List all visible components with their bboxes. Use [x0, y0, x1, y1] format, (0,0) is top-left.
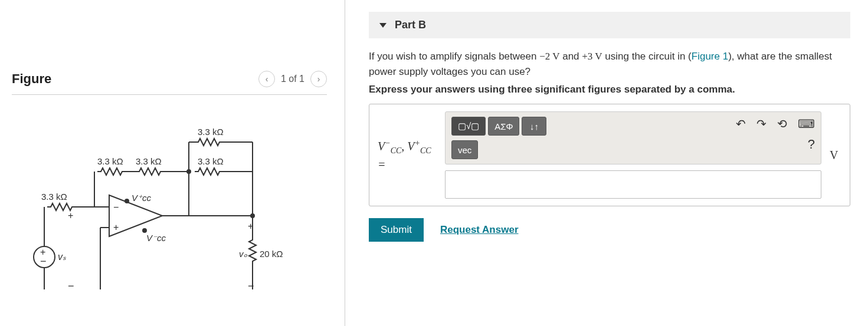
svg-text:3.3 kΩ: 3.3 kΩ [136, 156, 162, 166]
circuit-diagram: + − vₛ 3.3 kΩ 3.3 kΩ 3.3 kΩ [12, 110, 283, 298]
svg-text:+: + [113, 222, 119, 232]
updown-button[interactable]: ↓↑ [522, 117, 546, 136]
svg-text:−: − [68, 280, 74, 292]
svg-text:3.3 kΩ: 3.3 kΩ [198, 156, 224, 166]
svg-text:−: − [248, 280, 254, 292]
request-answer-link[interactable]: Request Answer [440, 224, 519, 236]
figure-nav: ‹ 1 of 1 › [258, 71, 327, 87]
figure-counter: 1 of 1 [281, 74, 304, 84]
svg-text:−: − [40, 255, 47, 267]
reset-icon[interactable]: ⟲ [777, 117, 787, 131]
figure-link[interactable]: Figure 1 [692, 51, 728, 62]
keyboard-icon[interactable]: ⌨ [798, 117, 815, 131]
caret-down-icon [379, 23, 386, 28]
templates-button[interactable]: ▢√▢ [451, 117, 486, 136]
svg-text:20 kΩ: 20 kΩ [260, 249, 283, 259]
answer-input[interactable] [445, 170, 821, 199]
svg-point-26 [143, 229, 146, 232]
svg-text:3.3 kΩ: 3.3 kΩ [41, 192, 67, 202]
svg-text:V⁺cc: V⁺cc [132, 193, 152, 203]
svg-text:vₛ: vₛ [58, 252, 67, 262]
svg-text:3.3 kΩ: 3.3 kΩ [97, 156, 123, 166]
part-header[interactable]: Part B [369, 12, 850, 38]
svg-text:V⁻cc: V⁻cc [146, 233, 166, 243]
equation-toolbar: ▢√▢ ΑΣΦ ↓↑ vec ↶ ↷ ⟲ ⌨ ? [445, 111, 821, 164]
answer-box: V−CC, V+CC= ▢√▢ ΑΣΦ ↓↑ vec ↶ [369, 104, 850, 206]
svg-text:−: − [113, 202, 119, 212]
question-text: If you wish to amplify signals between −… [369, 49, 850, 79]
figure-title: Figure [12, 71, 51, 87]
variable-label: V−CC, V+CC= [378, 137, 437, 173]
svg-text:vₒ: vₒ [239, 249, 248, 259]
undo-icon[interactable]: ↶ [736, 117, 746, 131]
figure-prev-button[interactable]: ‹ [258, 71, 275, 87]
svg-text:+: + [68, 210, 73, 220]
submit-button[interactable]: Submit [369, 218, 424, 242]
svg-point-24 [125, 199, 129, 203]
part-title: Part B [395, 19, 426, 31]
help-icon[interactable]: ? [736, 137, 815, 152]
greek-button[interactable]: ΑΣΦ [488, 117, 519, 136]
vec-button[interactable]: vec [451, 140, 478, 159]
redo-icon[interactable]: ↷ [756, 117, 767, 131]
unit-label: V [830, 149, 841, 162]
figure-next-button[interactable]: › [310, 71, 327, 87]
svg-text:3.3 kΩ: 3.3 kΩ [198, 127, 224, 137]
instruction-text: Express your answers using three signifi… [369, 84, 850, 96]
